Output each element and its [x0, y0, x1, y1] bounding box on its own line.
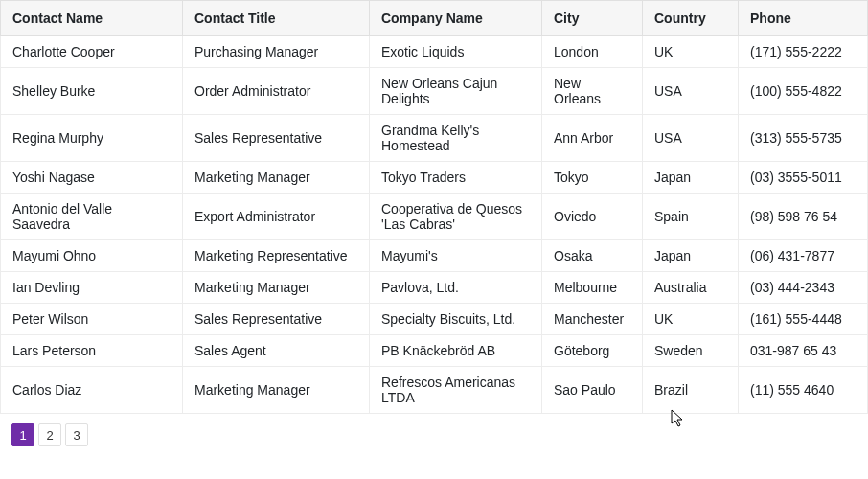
cell-title: Marketing Representative [183, 240, 370, 272]
table-row[interactable]: Lars PetersonSales AgentPB Knäckebröd AB… [1, 335, 868, 367]
cell-country: Brazil [643, 367, 739, 414]
cell-title: Sales Agent [183, 335, 370, 367]
cell-name: Antonio del Valle Saavedra [1, 194, 183, 240]
table-row[interactable]: Antonio del Valle SaavedraExport Adminis… [1, 194, 868, 240]
cell-title: Sales Representative [183, 115, 370, 162]
cell-city: Sao Paulo [542, 367, 643, 414]
cell-city: Tokyo [542, 162, 643, 194]
cell-city: Osaka [542, 240, 643, 272]
cell-company: Exotic Liquids [370, 36, 542, 68]
cell-title: Order Administrator [183, 68, 370, 115]
cell-phone: (06) 431-7877 [739, 240, 868, 272]
cell-phone: (03) 3555-5011 [739, 162, 868, 194]
cell-phone: (171) 555-2222 [739, 36, 868, 68]
column-header-country[interactable]: Country [643, 1, 739, 36]
cell-company: Tokyo Traders [370, 162, 542, 194]
cell-phone: (313) 555-5735 [739, 115, 868, 162]
table-row[interactable]: Mayumi OhnoMarketing RepresentativeMayum… [1, 240, 868, 272]
table-header: Contact Name Contact Title Company Name … [1, 1, 868, 36]
cell-name: Yoshi Nagase [1, 162, 183, 194]
cell-city: Oviedo [542, 194, 643, 240]
cell-company: Refrescos Americanas LTDA [370, 367, 542, 414]
table-row[interactable]: Carlos DiazMarketing ManagerRefrescos Am… [1, 367, 868, 414]
cell-company: Mayumi's [370, 240, 542, 272]
cell-phone: (161) 555-4448 [739, 304, 868, 335]
cell-city: Ann Arbor [542, 115, 643, 162]
cell-title: Marketing Manager [183, 367, 370, 414]
column-header-phone[interactable]: Phone [739, 1, 868, 36]
contacts-table: Contact Name Contact Title Company Name … [0, 0, 868, 414]
cell-country: USA [643, 115, 739, 162]
cell-country: Australia [643, 272, 739, 304]
cell-company: Pavlova, Ltd. [370, 272, 542, 304]
cell-name: Shelley Burke [1, 68, 183, 115]
cell-name: Regina Murphy [1, 115, 183, 162]
cell-country: UK [643, 304, 739, 335]
cell-city: London [542, 36, 643, 68]
page-button-1[interactable]: 1 [11, 423, 34, 446]
table-row[interactable]: Ian DevlingMarketing ManagerPavlova, Ltd… [1, 272, 868, 304]
cell-country: Japan [643, 162, 739, 194]
column-header-company[interactable]: Company Name [370, 1, 542, 36]
column-header-name[interactable]: Contact Name [1, 1, 183, 36]
cell-name: Peter Wilson [1, 304, 183, 335]
table-row[interactable]: Charlotte CooperPurchasing ManagerExotic… [1, 36, 868, 68]
cell-title: Export Administrator [183, 194, 370, 240]
cell-title: Purchasing Manager [183, 36, 370, 68]
cell-company: Specialty Biscuits, Ltd. [370, 304, 542, 335]
page-button-2[interactable]: 2 [38, 423, 61, 446]
table-row[interactable]: Shelley BurkeOrder AdministratorNew Orle… [1, 68, 868, 115]
cell-name: Mayumi Ohno [1, 240, 183, 272]
cell-company: Grandma Kelly's Homestead [370, 115, 542, 162]
cell-name: Carlos Diaz [1, 367, 183, 414]
table-row[interactable]: Yoshi NagaseMarketing ManagerTokyo Trade… [1, 162, 868, 194]
cell-country: UK [643, 36, 739, 68]
cell-name: Charlotte Cooper [1, 36, 183, 68]
cell-city: New Orleans [542, 68, 643, 115]
pagination: 123 [0, 414, 868, 456]
cell-company: PB Knäckebröd AB [370, 335, 542, 367]
cell-phone: (100) 555-4822 [739, 68, 868, 115]
cell-name: Ian Devling [1, 272, 183, 304]
column-header-city[interactable]: City [542, 1, 643, 36]
cell-title: Sales Representative [183, 304, 370, 335]
cell-phone: (98) 598 76 54 [739, 194, 868, 240]
page-button-3[interactable]: 3 [65, 423, 88, 446]
cell-title: Marketing Manager [183, 272, 370, 304]
cell-phone: 031-987 65 43 [739, 335, 868, 367]
cell-title: Marketing Manager [183, 162, 370, 194]
cell-company: Cooperativa de Quesos 'Las Cabras' [370, 194, 542, 240]
cell-company: New Orleans Cajun Delights [370, 68, 542, 115]
cell-country: Spain [643, 194, 739, 240]
table-body: Charlotte CooperPurchasing ManagerExotic… [1, 36, 868, 414]
cell-city: Manchester [542, 304, 643, 335]
table-row[interactable]: Regina MurphySales RepresentativeGrandma… [1, 115, 868, 162]
cell-phone: (03) 444-2343 [739, 272, 868, 304]
column-header-title[interactable]: Contact Title [183, 1, 370, 36]
cell-city: Göteborg [542, 335, 643, 367]
cell-country: USA [643, 68, 739, 115]
table-row[interactable]: Peter WilsonSales RepresentativeSpecialt… [1, 304, 868, 335]
cell-country: Japan [643, 240, 739, 272]
cell-phone: (11) 555 4640 [739, 367, 868, 414]
cell-name: Lars Peterson [1, 335, 183, 367]
cell-country: Sweden [643, 335, 739, 367]
cell-city: Melbourne [542, 272, 643, 304]
